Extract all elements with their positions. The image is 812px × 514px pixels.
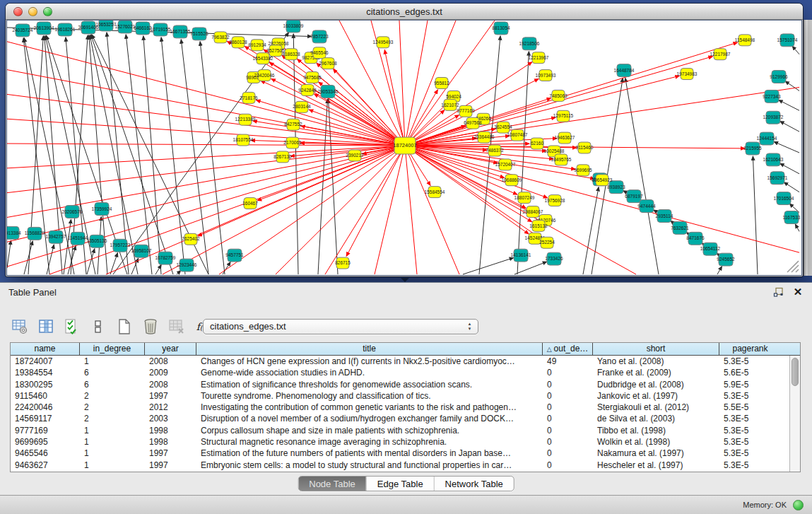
edge[interactable] <box>200 42 225 274</box>
network-node[interactable]: 3913384 <box>7 226 21 239</box>
tab-edge-table[interactable]: Edge Table <box>367 477 435 491</box>
selected-node[interactable]: 12213967 <box>529 52 549 64</box>
network-node[interactable]: 9245652 <box>717 253 735 266</box>
selected-edge[interactable] <box>384 50 405 146</box>
hub-node[interactable]: 18724007 <box>393 137 416 154</box>
table-row[interactable]: 946362711997Embryonic stem cells: a mode… <box>11 460 789 471</box>
network-node[interactable]: 10654112 <box>700 243 721 255</box>
column-header-pagerank[interactable]: pagerank <box>719 343 781 355</box>
network-node[interactable]: 11568829 <box>25 227 45 240</box>
column-header-year[interactable]: year <box>145 343 196 355</box>
selected-edge[interactable] <box>405 146 417 274</box>
selected-node[interactable]: 8427552 <box>284 119 302 130</box>
column-header-in_degree[interactable]: in_degree <box>80 343 145 355</box>
edge[interactable] <box>753 156 758 274</box>
network-node[interactable]: 7515526 <box>190 28 208 40</box>
network-node[interactable]: 8813054 <box>492 22 510 35</box>
selected-node[interactable]: 8267130 <box>273 151 292 163</box>
network-node[interactable]: 16782759 <box>155 252 176 264</box>
selected-node[interactable]: 7963822 <box>211 32 230 43</box>
network-node[interactable]: 29053346 <box>318 85 339 98</box>
edge[interactable] <box>583 187 599 274</box>
selected-node[interactable]: 8912934 <box>248 40 266 51</box>
tab-network-table[interactable]: Network Table <box>435 477 514 491</box>
edge[interactable] <box>7 240 11 268</box>
selected-node[interactable]: 10688609 <box>502 175 522 186</box>
delete-table-button[interactable] <box>167 317 187 337</box>
network-node[interactable]: 14136141 <box>511 249 531 262</box>
window-titlebar[interactable]: citations_edges.txt <box>6 4 803 20</box>
network-node[interactable]: 6466162 <box>134 22 152 35</box>
selected-node[interactable]: 9115460 <box>576 142 594 153</box>
selected-node[interactable]: 7485063 <box>549 90 567 101</box>
selected-node[interactable]: 18107554 <box>233 134 254 146</box>
table-row[interactable]: 1830029562008Estimation of significance … <box>11 379 789 390</box>
edge[interactable] <box>318 99 327 274</box>
memory-status-led[interactable] <box>793 500 804 510</box>
edge[interactable] <box>329 99 338 274</box>
edge[interactable] <box>780 121 799 132</box>
table-mode-button[interactable] <box>10 317 30 337</box>
network-node[interactable]: 20613904 <box>34 22 54 35</box>
close-panel-button[interactable]: ✕ <box>792 286 804 298</box>
network-node[interactable]: 7857223 <box>310 30 329 43</box>
network-node[interactable]: 10719155 <box>151 23 171 36</box>
network-node[interactable]: 2935114 <box>656 210 673 223</box>
network-node[interactable]: 16448784 <box>614 64 635 77</box>
selected-node[interactable]: 3624554 <box>494 122 512 133</box>
selected-node[interactable]: 2803144 <box>293 101 311 112</box>
network-node[interactable]: 17016504 <box>774 192 794 205</box>
selected-node[interactable]: 826715 <box>335 257 351 269</box>
selected-node[interactable]: 1615132 <box>529 220 548 231</box>
network-node[interactable]: 11451944 <box>68 232 88 245</box>
edge[interactable] <box>779 100 799 110</box>
resize-grip[interactable] <box>787 261 799 272</box>
network-node[interactable]: 17957223 <box>110 239 131 252</box>
network-node[interactable]: 8938923 <box>607 181 625 194</box>
selected-edge[interactable] <box>7 42 405 146</box>
edge[interactable] <box>113 33 289 274</box>
selected-node[interactable]: 2967608 <box>319 58 337 69</box>
table-row[interactable]: 969969511998Structural magnetic resonanc… <box>11 436 789 448</box>
edge[interactable] <box>784 182 799 192</box>
selected-edge[interactable] <box>7 146 405 242</box>
selected-node[interactable]: 12975115 <box>553 110 574 122</box>
selected-edge[interactable] <box>325 146 405 274</box>
edge[interactable] <box>625 78 659 274</box>
network-node[interactable]: 12923446 <box>177 259 197 271</box>
network-canvas[interactable]: 1872400724035724206139041961826130691406… <box>6 20 802 276</box>
close-window-button[interactable] <box>13 7 23 16</box>
edge[interactable] <box>795 224 799 231</box>
table-row[interactable]: 2242004622012Investigating the contribut… <box>11 402 789 413</box>
edge[interactable] <box>792 46 799 54</box>
column-header-out_de[interactable]: △out_de… <box>543 343 593 355</box>
row-height-button[interactable] <box>88 317 108 337</box>
network-node[interactable]: 20206576 <box>62 206 83 218</box>
table-row[interactable]: 946554611997Estimation of the future num… <box>11 448 789 459</box>
scrollbar-thumb[interactable] <box>792 358 799 386</box>
minimize-window-button[interactable] <box>28 7 37 16</box>
selected-node[interactable]: 19463627 <box>555 132 575 144</box>
network-node[interactable]: 8471676 <box>686 232 705 245</box>
network-node[interactable]: 19218506 <box>519 37 540 50</box>
network-node[interactable]: 16033809 <box>283 21 304 33</box>
selected-node[interactable]: 19734983 <box>677 69 698 80</box>
edge[interactable] <box>143 36 161 274</box>
table-select-combobox[interactable]: citations_edges.txt ▲▼ <box>203 319 478 334</box>
selected-node[interactable]: 8860128 <box>229 37 247 48</box>
create-column-button[interactable] <box>114 317 134 337</box>
selected-node[interactable]: 2170061 <box>283 137 302 148</box>
select-columns-button[interactable] <box>62 317 82 337</box>
selected-node[interactable]: 2718176 <box>240 92 258 103</box>
selected-node[interactable]: 2390217 <box>346 150 364 161</box>
selected-node[interactable]: 15584554 <box>425 187 445 198</box>
network-node[interactable]: 15751074 <box>777 34 798 47</box>
selected-node[interactable]: 9777169 <box>457 105 475 117</box>
column-header-name[interactable]: name <box>11 343 80 355</box>
selected-node[interactable]: 9475685 <box>303 72 322 83</box>
network-node[interactable]: 16671355 <box>170 25 191 38</box>
table-row[interactable]: 911546021997Tourette syndrome. Phenomeno… <box>11 390 789 402</box>
selected-node[interactable]: 955812 <box>434 78 449 89</box>
selected-edge[interactable] <box>346 146 405 256</box>
table-row[interactable]: 1456911722003Disruption of a novel membe… <box>11 413 789 424</box>
